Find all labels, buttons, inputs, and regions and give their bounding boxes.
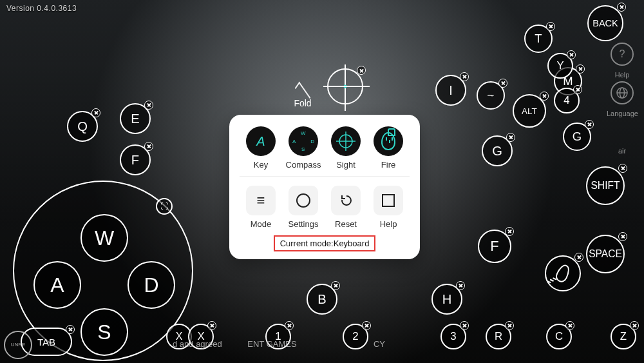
dpad-s[interactable]: S — [80, 308, 128, 356]
close-icon[interactable] — [585, 120, 594, 129]
tool-sight[interactable]: Sight — [326, 126, 366, 170]
globe-icon — [611, 81, 634, 104]
close-icon[interactable] — [574, 253, 583, 262]
agreement-text: d and agreed ENT GAMES CY — [173, 339, 385, 349]
close-icon[interactable] — [576, 64, 585, 74]
close-icon[interactable] — [506, 133, 515, 142]
dpad-a[interactable]: A — [33, 261, 81, 309]
close-icon[interactable] — [460, 72, 469, 81]
key-b[interactable]: B — [307, 284, 337, 315]
key-c[interactable]: C — [546, 324, 572, 349]
key-shift[interactable]: SHIFT — [586, 166, 625, 205]
engine-logo: UNRE — [4, 331, 32, 359]
dpad-w[interactable]: W — [80, 214, 128, 262]
bullet-icon — [554, 263, 572, 284]
key-f[interactable]: F — [120, 144, 151, 175]
sidebar-help[interactable]: ? Help — [607, 43, 638, 80]
settings-icon — [289, 186, 318, 215]
close-icon[interactable] — [546, 22, 555, 31]
fire-icon — [374, 126, 403, 156]
compass-icon: W A D S — [289, 126, 318, 156]
dpad-d[interactable]: D — [128, 261, 175, 309]
fire-button[interactable] — [545, 255, 581, 291]
key-3[interactable]: 3 — [440, 324, 466, 349]
action-help[interactable]: Help — [368, 186, 408, 229]
key-f[interactable]: F — [478, 230, 511, 263]
close-icon[interactable] — [285, 321, 294, 330]
key-e[interactable]: E — [120, 103, 151, 134]
sidebar-label: Language — [607, 110, 638, 117]
key-g[interactable]: G — [563, 123, 591, 151]
expand-icon[interactable]: ⛶ — [156, 198, 173, 215]
close-icon[interactable] — [505, 227, 514, 236]
fold-button[interactable]: Fold — [283, 89, 322, 108]
key-~[interactable]: ~ — [477, 81, 505, 110]
mode-icon: ≡ — [246, 186, 276, 215]
current-mode-label: Current mode:Keyboard — [274, 235, 376, 251]
key-g[interactable]: G — [482, 135, 513, 166]
sidebar-label: air — [618, 147, 626, 155]
key-alt[interactable]: ALT — [513, 94, 546, 128]
keymap-panel: A Key W A D S Compass Sight — [229, 115, 420, 259]
sidebar-language[interactable]: Language — [607, 81, 638, 119]
close-icon[interactable] — [460, 321, 469, 330]
crosshair-dot-icon — [344, 85, 347, 88]
close-icon[interactable] — [618, 164, 627, 173]
sight-crosshair[interactable] — [327, 68, 363, 104]
version-label: Version 0.4.0.3613 — [6, 4, 77, 13]
close-icon[interactable] — [617, 3, 626, 12]
close-icon[interactable] — [456, 281, 465, 290]
close-icon[interactable] — [91, 108, 100, 117]
close-icon[interactable] — [567, 50, 576, 59]
help-icon — [374, 186, 403, 215]
key-t[interactable]: T — [524, 25, 553, 53]
close-icon[interactable] — [630, 321, 639, 330]
close-icon[interactable] — [505, 321, 514, 330]
key-z[interactable]: Z — [611, 324, 636, 349]
action-settings[interactable]: Settings — [283, 186, 323, 229]
close-icon[interactable] — [207, 321, 216, 330]
help-icon: ? — [611, 43, 634, 66]
close-icon[interactable] — [144, 142, 153, 151]
key-space[interactable]: SPACE — [586, 235, 625, 273]
close-icon[interactable] — [498, 79, 507, 88]
key-q[interactable]: Q — [67, 111, 98, 142]
key-i[interactable]: I — [435, 75, 466, 106]
action-mode[interactable]: ≡ Mode — [241, 186, 281, 229]
key-icon: A — [246, 126, 276, 156]
tool-key[interactable]: A Key — [241, 126, 281, 170]
key-h[interactable]: H — [431, 284, 462, 315]
key-y[interactable]: Y — [547, 53, 573, 79]
close-icon[interactable] — [540, 92, 549, 101]
key-r[interactable]: R — [486, 324, 511, 349]
sidebar-air[interactable]: air — [607, 144, 638, 156]
close-icon[interactable] — [66, 325, 75, 334]
close-icon[interactable] — [357, 66, 366, 75]
panel-row-tools: A Key W A D S Compass Sight — [240, 126, 410, 170]
close-icon[interactable] — [362, 321, 371, 330]
close-icon[interactable] — [573, 85, 582, 94]
close-icon[interactable] — [565, 321, 574, 330]
action-reset[interactable]: Reset — [326, 186, 366, 229]
panel-row-actions: ≡ Mode Settings Reset Help — [240, 186, 410, 229]
key-4[interactable]: 4 — [554, 88, 580, 113]
close-icon[interactable] — [618, 232, 627, 241]
tool-fire[interactable]: Fire — [368, 126, 408, 170]
key-back[interactable]: BACK — [587, 5, 623, 41]
close-icon[interactable] — [331, 281, 340, 290]
reset-icon — [331, 186, 361, 215]
sight-icon — [331, 126, 361, 156]
close-icon[interactable] — [144, 101, 153, 110]
tool-compass[interactable]: W A D S Compass — [283, 126, 323, 170]
sidebar-label: Help — [615, 71, 630, 79]
